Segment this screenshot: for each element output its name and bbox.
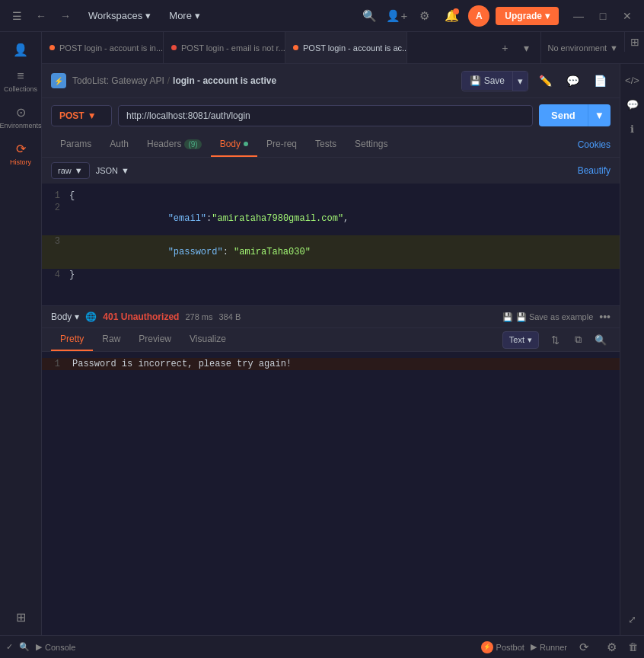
resp-tab-pretty[interactable]: Pretty (51, 328, 93, 351)
response-more-button[interactable]: ••• (599, 311, 611, 323)
copy-icon-button[interactable]: ⧉ (568, 330, 588, 350)
sidebar-item-grid[interactable]: ⊞ (4, 605, 37, 629)
workspaces-label: Workspaces (88, 10, 142, 21)
docs-button[interactable]: 📄 (589, 70, 611, 91)
upgrade-label: Upgrade (505, 11, 542, 21)
console-icon: ▶ (36, 642, 42, 652)
text-dropdown-icon: ▾ (528, 335, 532, 345)
minimize-button[interactable]: — (568, 5, 589, 27)
save-dropdown-button[interactable]: ▾ (512, 72, 528, 91)
tab-tests[interactable]: Tests (306, 133, 346, 157)
search-icon-button[interactable]: 🔍 (591, 330, 611, 350)
comment-button[interactable]: 💬 (562, 70, 583, 91)
workspaces-button[interactable]: Workspaces ▾ (82, 7, 157, 24)
sidebar-item-history[interactable]: ⟳ History (4, 137, 37, 171)
code-editor[interactable]: 1 { 2 "email":"amirataha7980gmail.com", … (42, 184, 620, 305)
tab-label-1: POST login - account is in... (59, 43, 163, 53)
save-example-label: 💾 Save as example (516, 312, 593, 322)
right-panel-code-button[interactable]: </> (623, 70, 642, 90)
environment-selector[interactable]: No environment ▼ (540, 32, 624, 63)
tab-headers[interactable]: Headers (9) (138, 133, 211, 157)
settings-statusbar-button[interactable]: ⚙ (601, 637, 622, 658)
more-dropdown-icon: ▾ (195, 10, 200, 21)
new-tab-plus-button[interactable]: + (495, 38, 515, 58)
resp-tab-raw-label: Raw (102, 334, 120, 344)
sidebar-item-collections[interactable]: ≡ Collections (4, 65, 37, 97)
tab-settings[interactable]: Settings (346, 133, 397, 157)
status-search-item[interactable]: 🔍 (19, 642, 30, 652)
tab-params[interactable]: Params (51, 133, 100, 157)
globe-icon: 🌐 (85, 311, 97, 322)
save-main-button[interactable]: 💾 Save (462, 72, 512, 90)
response-body-dropdown[interactable]: Body ▾ (51, 311, 79, 322)
method-selector[interactable]: POST ▼ (51, 105, 112, 126)
back-button[interactable]: ← (30, 5, 52, 27)
code-line-1: 1 { (42, 190, 620, 202)
text-type-label: Text (509, 335, 524, 344)
maximize-button[interactable]: □ (592, 5, 614, 27)
notification-button[interactable]: 🔔 (441, 5, 462, 27)
tab-headers-label: Headers (147, 139, 181, 149)
tab-pre-req[interactable]: Pre-req (257, 133, 306, 157)
resp-tab-visualize[interactable]: Visualize (180, 328, 235, 351)
more-button[interactable]: More ▾ (163, 7, 206, 24)
tab-body[interactable]: Body (211, 133, 257, 157)
titlebar-nav: ☰ ← → (6, 5, 76, 27)
tab-actions: + ▾ (490, 32, 540, 63)
sidebar-item-user[interactable]: 👤 (4, 38, 37, 62)
upgrade-dropdown-icon: ▾ (545, 11, 550, 21)
code-content-2: "email":"amirataha7980gmail.com", (69, 203, 620, 235)
send-dropdown-button[interactable]: ▼ (588, 104, 611, 126)
trash-button[interactable]: 🗑 (628, 641, 638, 653)
beautify-button[interactable]: Beautify (578, 165, 611, 176)
tab-post-login-inactive-2[interactable]: POST login - email is not r... ✕ (164, 32, 285, 63)
text-type-selector[interactable]: Text ▾ (502, 331, 539, 349)
search-button[interactable]: 🔍 (359, 5, 380, 27)
new-tab-button[interactable]: 👤+ (386, 5, 407, 27)
runner-button[interactable]: ▶ Runner (531, 642, 567, 652)
save-button-group: 💾 Save ▾ (461, 71, 528, 91)
cookies-link[interactable]: Cookies (578, 139, 611, 150)
save-icon: 💾 (470, 75, 481, 86)
tab-auth[interactable]: Auth (100, 133, 138, 157)
resp-tab-raw[interactable]: Raw (93, 328, 129, 351)
close-button[interactable]: ✕ (617, 5, 638, 27)
request-header: ⚡ TodoList: Gateway API / login - accoun… (42, 64, 620, 98)
status-check-item[interactable]: ✓ (6, 642, 13, 652)
tab-post-login-inactive-1[interactable]: POST login - account is in... ✕ (42, 32, 164, 63)
json-type-label: JSON (96, 166, 118, 175)
right-panel-comment-button[interactable]: 💬 (623, 94, 642, 114)
postbot-button[interactable]: ⚡ Postbot (481, 641, 524, 653)
right-panel-info-button[interactable]: ℹ (623, 119, 642, 139)
sidebar-item-environments[interactable]: ⊙ Environments (4, 101, 37, 134)
response-tabs: Pretty Raw Preview Visualize Text (42, 328, 620, 352)
statusbar-right: ⚡ Postbot ▶ Runner ⟳ ⚙ 🗑 (481, 637, 638, 658)
right-panel-expand-button[interactable]: ⤢ (623, 609, 642, 629)
send-button[interactable]: Send (539, 104, 588, 126)
format-label: raw (58, 166, 72, 175)
settings-button[interactable]: ⚙ (413, 5, 435, 27)
layout-toggle-button[interactable]: ⊞ (624, 32, 644, 52)
forward-button[interactable]: → (55, 5, 76, 27)
hamburger-button[interactable]: ☰ (6, 5, 27, 27)
format-dropdown-icon: ▼ (75, 166, 83, 175)
code-line-3: 3 "password": "amiraTaha030" (42, 235, 620, 269)
tab-auth-label: Auth (110, 139, 129, 149)
tab-dropdown-button[interactable]: ▾ (516, 38, 536, 58)
upgrade-button[interactable]: Upgrade ▾ (496, 7, 559, 25)
console-item[interactable]: ▶ Console (36, 642, 75, 652)
sidebar: 👤 ≡ Collections ⊙ Environments ⟳ History… (0, 32, 42, 635)
runner-icon: ▶ (531, 642, 537, 652)
postbot-label: Postbot (496, 643, 524, 652)
runner-label: Runner (540, 643, 567, 652)
format-selector[interactable]: raw ▼ (51, 162, 90, 179)
tab-post-login-active[interactable]: POST login - account is ac... ✕ (285, 32, 407, 63)
save-example-button[interactable]: 💾 💾 Save as example (502, 312, 593, 322)
resp-tab-preview[interactable]: Preview (129, 328, 180, 351)
sync-button[interactable]: ⟳ (573, 637, 595, 658)
json-type-selector[interactable]: JSON ▼ (96, 166, 129, 175)
filter-icon-button[interactable]: ⇅ (545, 330, 565, 350)
tab-body-label: Body (220, 139, 241, 149)
edit-button[interactable]: ✏️ (534, 70, 556, 91)
url-input[interactable] (118, 105, 533, 126)
